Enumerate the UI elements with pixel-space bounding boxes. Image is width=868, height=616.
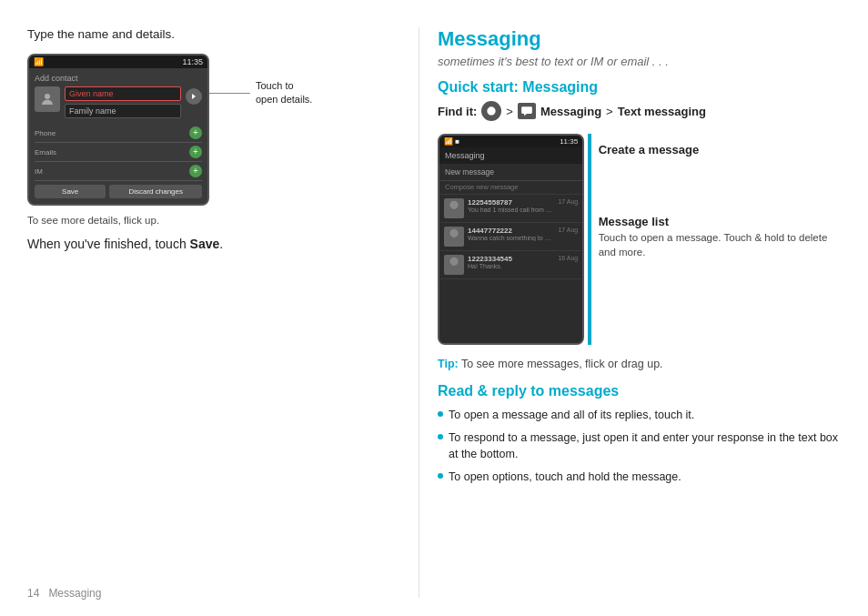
msg-status-bar: 📶 ■ 11:35	[439, 136, 582, 147]
msg-item-3[interactable]: 12223334545 Ha! Thanks. 16 Aug	[439, 251, 582, 279]
phone-label: Phone	[35, 129, 56, 137]
svg-marker-4	[524, 114, 527, 116]
svg-point-5	[449, 201, 458, 209]
msg-date-3: 16 Aug	[558, 255, 578, 261]
msg-item[interactable]: 12254558787 You had 1 missed call from 1…	[439, 195, 582, 223]
svg-point-2	[488, 106, 496, 115]
find-it-arrow1: >	[506, 105, 513, 118]
phone-field-row: Phone +	[35, 126, 202, 143]
left-column: Type the name and details. 📶 11:35 Add c…	[27, 27, 419, 598]
bullet-dot-1	[438, 411, 443, 417]
msg-content-1: 12254558787 You had 1 missed call from 1…	[468, 198, 554, 213]
wifi-icon: 📶	[34, 57, 44, 66]
callout-touch-text: Touch to open details.	[256, 79, 312, 107]
create-message-callout: Create a message	[599, 143, 841, 158]
status-left-icons: 📶	[34, 57, 44, 66]
find-it-label: Find it:	[438, 105, 477, 118]
bullet-item-2: To respond to a message, just open it an…	[438, 429, 841, 462]
page-number: 14 Messaging	[27, 587, 101, 600]
msg-compose[interactable]: Compose new message	[439, 181, 582, 195]
msg-date-1: 17 Aug	[558, 198, 578, 205]
msg-new-message[interactable]: New message	[439, 164, 582, 181]
im-label: IM	[35, 167, 43, 176]
bullet-text-3: To open options, touch and hold the mess…	[449, 469, 681, 485]
home-icon	[481, 101, 501, 121]
contact-avatar	[35, 86, 60, 112]
message-list-title: Message list	[599, 215, 841, 228]
phone-status-bar: 📶 11:35	[29, 56, 207, 68]
phone-empty-space	[439, 279, 582, 343]
msg-avatar-3	[444, 255, 464, 275]
bullet-text-1: To open a message and all of its replies…	[449, 407, 694, 423]
msg-item-2[interactable]: 14447772222 Wanna catch something to eat…	[439, 223, 582, 251]
emails-field-row: Emails +	[35, 146, 202, 162]
find-it-arrow2: >	[606, 105, 613, 118]
discard-button[interactable]: Discard changes	[109, 185, 202, 198]
person-icon	[39, 91, 56, 107]
arrow-button[interactable]	[186, 88, 202, 105]
phone-action-buttons: Save Discard changes	[35, 185, 202, 198]
msg-preview-1: You had 1 missed call from 122545458787 …	[468, 207, 554, 213]
phone-mockup: 📶 11:35 Add contact	[27, 54, 209, 206]
bullet-dot-2	[438, 434, 443, 439]
msg-screen: Messaging New message Compose new messag…	[439, 147, 582, 343]
msg-number-1: 12254558787	[468, 198, 554, 207]
phone-screen: Add contact Given name	[29, 68, 207, 204]
msg-number-3: 12223334545	[468, 255, 554, 263]
msg-status-icons: 📶 ■	[444, 137, 459, 146]
svg-point-6	[449, 229, 458, 237]
callout-line	[209, 93, 250, 94]
callouts-area: Create a message Message list Touch to o…	[599, 134, 841, 270]
home-svg	[485, 105, 498, 117]
svg-marker-1	[192, 94, 196, 99]
msg-list: 12254558787 You had 1 missed call from 1…	[439, 195, 582, 279]
svg-point-7	[449, 258, 458, 266]
intro-text: Type the name and details.	[27, 27, 391, 41]
msg-status-time: 11:35	[560, 137, 578, 146]
contact-detail-fields: Phone + Emails + IM +	[35, 126, 202, 181]
quick-start-title: Quick start: Messaging	[438, 79, 841, 96]
create-message-label: Create a message	[599, 143, 841, 157]
find-it-text: Text messaging	[618, 105, 706, 118]
svg-point-0	[45, 94, 50, 99]
emails-label: Emails	[35, 148, 56, 157]
bullet-item-1: To open a message and all of its replies…	[438, 407, 841, 423]
section-subtitle: sometimes it's best to text or IM or ema…	[438, 55, 841, 68]
section-title: Messaging	[438, 27, 841, 51]
msg-avatar-1	[444, 198, 464, 218]
add-phone-button[interactable]: +	[189, 126, 202, 139]
given-name-field[interactable]: Given name	[65, 86, 181, 101]
bullet-text-2: To respond to a message, just open it an…	[449, 429, 841, 462]
when-finished-text: When you've finished, touch Save.	[27, 237, 391, 251]
message-list-callout: Message list Touch to open a message. To…	[599, 215, 841, 259]
find-it-messaging-text: Messaging	[540, 105, 601, 118]
status-time: 11:35	[182, 57, 203, 66]
find-it-row: Find it: > Messaging > Text messaging	[438, 101, 841, 121]
blue-accent-line	[588, 134, 590, 345]
tip-label: Tip:	[438, 358, 459, 370]
msg-preview-2: Wanna catch something to eat tonight? Ho…	[468, 235, 554, 241]
msg-number-2: 14447772222	[468, 227, 554, 235]
msg-preview-3: Ha! Thanks.	[468, 263, 554, 269]
chevron-right-icon	[189, 92, 198, 101]
right-column: Messaging sometimes it's best to text or…	[419, 27, 841, 598]
read-reply-title: Read & reply to messages	[438, 383, 841, 399]
messaging-icon	[518, 103, 536, 119]
below-phone-text: To see more details, flick up.	[27, 215, 391, 226]
msg-content-3: 12223334545 Ha! Thanks.	[468, 255, 554, 269]
tip-body: To see more messages, flick or drag up.	[461, 358, 663, 370]
message-list-desc: Touch to open a message. Touch & hold to…	[599, 230, 841, 259]
contact-avatar-row: Given name Family name	[35, 86, 202, 121]
add-contact-title: Add contact	[35, 74, 202, 83]
msg-avatar-2	[444, 227, 464, 247]
family-name-field[interactable]: Family name	[65, 104, 181, 118]
svg-rect-3	[521, 106, 532, 114]
contact-fields: Given name Family name	[65, 86, 181, 121]
bullet-dot-3	[438, 473, 443, 479]
add-email-button[interactable]: +	[189, 146, 202, 158]
save-button[interactable]: Save	[35, 185, 106, 198]
add-im-button[interactable]: +	[189, 165, 202, 177]
messaging-phone: 📶 ■ 11:35 Messaging New message Compose …	[438, 134, 584, 345]
phone-screenshot-area: 📶 ■ 11:35 Messaging New message Compose …	[438, 134, 841, 345]
bullet-item-3: To open options, touch and hold the mess…	[438, 469, 841, 485]
